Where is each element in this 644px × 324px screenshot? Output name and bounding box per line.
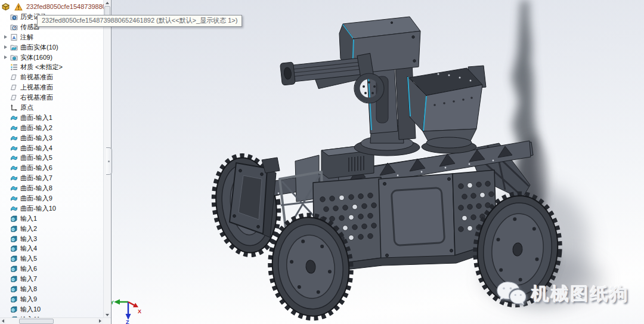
scroll-left-button[interactable] xyxy=(0,318,6,324)
tree-item-label: 前视基准面 xyxy=(20,73,53,82)
root-part-name: 232fed8050cfe1548739880652 xyxy=(26,3,104,10)
tree-item-label: 输入1 xyxy=(20,214,37,223)
tree-item-label: 曲面-输入6 xyxy=(20,163,52,172)
tree-item-label: 输入2 xyxy=(20,224,37,233)
tree-horizontal-scrollbar[interactable] xyxy=(0,317,111,324)
tree-item[interactable]: 曲面-输入8 xyxy=(0,183,104,193)
feature-tree-items: 历史记录传感器A注解曲面实体(10)实体(1609)材质 <未指定>前视基准面上… xyxy=(0,12,104,318)
tree-item-label: 上视基准面 xyxy=(20,83,53,92)
surface-body-icon xyxy=(10,194,18,202)
tree-item[interactable]: 右视基准面 xyxy=(0,92,104,103)
scroll-up-icon xyxy=(106,2,109,4)
scroll-right-button[interactable] xyxy=(97,318,103,324)
tree-item-label: 输入8 xyxy=(20,285,37,294)
history-icon xyxy=(10,13,18,21)
tree-item[interactable]: 曲面-输入6 xyxy=(0,163,104,173)
tree-item[interactable]: 前视基准面 xyxy=(0,72,104,82)
tree-item[interactable]: 实体(1609) xyxy=(0,53,104,63)
tree-item-label: 曲面-输入2 xyxy=(20,124,52,132)
robot-model[interactable] xyxy=(208,17,564,322)
scroll-left-icon xyxy=(2,319,4,323)
solid-body-icon xyxy=(10,295,18,303)
cad-window: 232fed8050cfe1548739880652 历史记录传感器A注解曲面实… xyxy=(0,0,644,324)
surface-body-icon xyxy=(10,204,18,212)
tree-item-label: 输入4 xyxy=(20,244,37,253)
feature-tree-panel: 232fed8050cfe1548739880652 历史记录传感器A注解曲面实… xyxy=(0,0,112,324)
plane-icon xyxy=(10,84,18,92)
solid-body-icon xyxy=(10,285,18,293)
expand-arrow-icon[interactable] xyxy=(2,35,10,39)
tree-item[interactable]: 上视基准面 xyxy=(0,82,104,92)
solid-body-icon xyxy=(10,275,18,283)
tree-item-label: 输入10 xyxy=(20,305,41,314)
tree-item-label: 曲面-输入5 xyxy=(20,153,52,162)
tree-item[interactable]: 曲面实体(10) xyxy=(0,42,104,53)
tree-item[interactable]: 输入3 xyxy=(0,234,104,244)
tree-item[interactable]: 输入1 xyxy=(0,214,104,224)
solid-body-icon xyxy=(10,234,18,243)
wechat-logo-icon xyxy=(496,279,527,310)
tree-item-label: 曲面-输入3 xyxy=(20,134,52,143)
tree-item-label: 原点 xyxy=(20,103,33,112)
origin-icon xyxy=(10,103,18,112)
tree-item[interactable]: 曲面-输入2 xyxy=(0,123,104,133)
tree-item-label: 曲面-输入4 xyxy=(20,144,52,153)
tree-item[interactable]: 输入7 xyxy=(0,274,104,284)
view-triad: Y Z X xyxy=(112,300,141,324)
tree-item[interactable]: 曲面-输入7 xyxy=(0,173,104,183)
tree-item[interactable]: 曲面-输入4 xyxy=(0,143,104,153)
tree-item[interactable]: A注解 xyxy=(0,32,104,42)
filename-tooltip: 232fed8050cfe1548739880652461892 (默认<<默认… xyxy=(37,15,242,27)
part-document-icon xyxy=(1,2,10,11)
plane-icon xyxy=(10,73,18,82)
tree-item-label: 实体(1609) xyxy=(20,53,52,62)
tree-item[interactable]: 输入8 xyxy=(0,284,104,294)
surface-body-icon xyxy=(10,174,18,183)
surface-body-icon xyxy=(10,144,18,152)
tree-item-label: 曲面-输入7 xyxy=(20,174,52,183)
horizontal-scroll-thumb[interactable] xyxy=(19,319,54,324)
scroll-down-icon xyxy=(106,314,109,316)
sensor-icon xyxy=(10,23,18,31)
tree-item[interactable]: 材质 <未指定> xyxy=(0,62,104,72)
surface-body-icon xyxy=(10,154,18,162)
warning-icon xyxy=(14,2,23,11)
surface-body-icon xyxy=(10,164,18,172)
tree-item-label: 曲面-输入8 xyxy=(20,184,52,193)
tree-item-label: 右视基准面 xyxy=(20,93,53,102)
tree-item[interactable]: 曲面-输入3 xyxy=(0,133,104,143)
surface-body-icon xyxy=(10,124,18,132)
surface-body-icon xyxy=(10,184,18,193)
scroll-right-icon xyxy=(99,319,101,323)
tree-item-label: 输入9 xyxy=(20,295,37,304)
tree-item[interactable]: 输入2 xyxy=(0,224,104,234)
tree-item-label: 输入3 xyxy=(20,234,37,243)
tree-item[interactable]: 输入4 xyxy=(0,243,104,254)
feature-tree-root[interactable]: 232fed8050cfe1548739880652 xyxy=(1,1,104,12)
tree-item[interactable]: 输入6 xyxy=(0,264,104,274)
scroll-up-button[interactable] xyxy=(104,0,111,6)
tree-item-label: 曲面-输入10 xyxy=(20,204,56,213)
tree-item[interactable]: 曲面-输入10 xyxy=(0,203,104,214)
tree-item-label: 曲面-输入1 xyxy=(20,113,52,122)
tree-item[interactable]: 曲面-输入9 xyxy=(0,193,104,203)
hopper xyxy=(407,66,486,153)
expand-arrow-icon[interactable] xyxy=(2,55,10,59)
tree-item[interactable]: 曲面-输入1 xyxy=(0,113,104,123)
surface-body-icon xyxy=(10,113,18,122)
viewport-3d[interactable]: Y Z X xyxy=(112,0,644,324)
tree-item[interactable]: 输入5 xyxy=(0,254,104,264)
surface-folder-icon xyxy=(10,43,18,51)
tree-item[interactable]: 原点 xyxy=(0,103,104,113)
solid-body-icon xyxy=(10,265,18,273)
barrel xyxy=(280,53,374,92)
material-icon xyxy=(10,63,18,72)
tree-item[interactable]: 输入10 xyxy=(0,304,104,314)
tree-item[interactable]: 输入9 xyxy=(0,294,104,304)
solid-body-icon xyxy=(10,224,18,233)
solid-body-icon xyxy=(10,305,18,313)
triad-y-label: Y xyxy=(112,300,114,306)
tree-item[interactable]: 曲面-输入5 xyxy=(0,153,104,163)
expand-arrow-icon[interactable] xyxy=(2,45,10,49)
panel-splitter-handle[interactable] xyxy=(106,147,112,175)
